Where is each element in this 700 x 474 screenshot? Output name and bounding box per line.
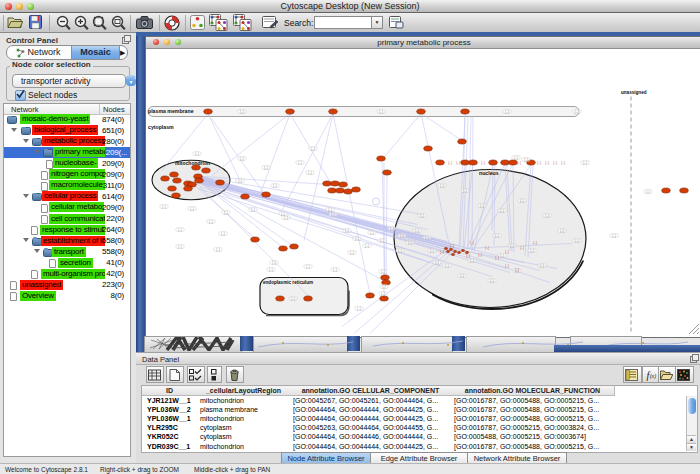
svg-text:[--]: [--] bbox=[485, 246, 489, 250]
svg-text:[--]: [--] bbox=[345, 229, 349, 233]
svg-text:[--]: [--] bbox=[466, 254, 470, 258]
svg-text:[--]: [--] bbox=[561, 161, 565, 165]
svg-text:[--]: [--] bbox=[430, 249, 434, 253]
svg-text:[--]: [--] bbox=[463, 189, 467, 193]
svg-text:[--]: [--] bbox=[357, 307, 361, 311]
svg-text:[--]: [--] bbox=[515, 268, 519, 272]
svg-text:[--]: [--] bbox=[408, 241, 412, 245]
svg-text:[--]: [--] bbox=[390, 227, 394, 231]
svg-text:[--]: [--] bbox=[209, 220, 213, 224]
svg-text:[--]: [--] bbox=[583, 161, 587, 165]
svg-text:[--]: [--] bbox=[264, 166, 268, 170]
svg-text:unassigned: unassigned bbox=[621, 90, 647, 95]
svg-text:[--]: [--] bbox=[398, 249, 402, 253]
svg-text:[--]: [--] bbox=[470, 241, 474, 245]
svg-text:[--]: [--] bbox=[540, 264, 544, 268]
svg-text:[--]: [--] bbox=[190, 207, 194, 211]
svg-text:[--]: [--] bbox=[500, 209, 504, 213]
svg-text:[--]: [--] bbox=[448, 161, 452, 165]
svg-text:[--]: [--] bbox=[162, 205, 166, 209]
svg-text:cytoplasm: cytoplasm bbox=[148, 124, 174, 130]
svg-text:[--]: [--] bbox=[435, 261, 439, 265]
svg-text:[--]: [--] bbox=[178, 245, 182, 249]
svg-text:[--]: [--] bbox=[505, 250, 509, 254]
svg-text:[--]: [--] bbox=[380, 239, 384, 243]
svg-text:[--]: [--] bbox=[480, 204, 484, 208]
svg-text:[--]: [--] bbox=[537, 161, 541, 165]
svg-text:[--]: [--] bbox=[495, 256, 499, 260]
svg-text:[--]: [--] bbox=[545, 214, 549, 218]
svg-text:[--]: [--] bbox=[500, 254, 504, 258]
svg-text:[--]: [--] bbox=[379, 110, 383, 114]
svg-text:[--]: [--] bbox=[425, 236, 429, 240]
svg-text:[--]: [--] bbox=[440, 250, 444, 254]
svg-text:[--]: [--] bbox=[553, 161, 557, 165]
svg-text:[--]: [--] bbox=[440, 184, 444, 188]
svg-text:[--]: [--] bbox=[333, 268, 337, 272]
svg-text:[--]: [--] bbox=[520, 246, 524, 250]
svg-text:[--]: [--] bbox=[490, 279, 494, 283]
svg-text:mitochondrion: mitochondrion bbox=[175, 160, 210, 166]
svg-text:[--]: [--] bbox=[560, 229, 564, 233]
svg-text:[--]: [--] bbox=[481, 161, 485, 165]
svg-text:[--]: [--] bbox=[505, 264, 509, 268]
svg-text:[--]: [--] bbox=[575, 239, 579, 243]
svg-text:[--]: [--] bbox=[470, 259, 474, 263]
svg-text:[--]: [--] bbox=[456, 161, 460, 165]
svg-text:[--]: [--] bbox=[269, 268, 273, 272]
svg-text:[--]: [--] bbox=[251, 208, 255, 212]
svg-text:[--]: [--] bbox=[178, 228, 182, 232]
svg-text:[--]: [--] bbox=[575, 110, 579, 114]
svg-text:[--]: [--] bbox=[240, 157, 244, 161]
svg-text:[--]: [--] bbox=[450, 244, 454, 248]
svg-text:[--]: [--] bbox=[291, 297, 295, 301]
svg-text:[--]: [--] bbox=[612, 234, 616, 238]
svg-text:[--]: [--] bbox=[306, 265, 310, 269]
svg-text:[--]: [--] bbox=[495, 234, 499, 238]
svg-text:[--]: [--] bbox=[415, 229, 419, 233]
svg-text:[--]: [--] bbox=[370, 231, 374, 235]
svg-text:[--]: [--] bbox=[510, 244, 514, 248]
svg-text:[--]: [--] bbox=[308, 171, 312, 175]
svg-text:(x): (x) bbox=[650, 372, 656, 379]
svg-text:[--]: [--] bbox=[381, 292, 385, 296]
svg-text:nucleus: nucleus bbox=[479, 170, 499, 176]
svg-text:[--]: [--] bbox=[240, 110, 244, 114]
svg-text:[--]: [--] bbox=[520, 199, 524, 203]
svg-text:[--]: [--] bbox=[195, 152, 199, 156]
svg-text:[--]: [--] bbox=[460, 274, 464, 278]
svg-text:[--]: [--] bbox=[524, 158, 528, 162]
svg-text:[--]: [--] bbox=[382, 285, 386, 289]
svg-text:[--]: [--] bbox=[505, 110, 509, 114]
svg-text:[--]: [--] bbox=[646, 190, 650, 194]
svg-text:plasma membrane: plasma membrane bbox=[148, 108, 194, 114]
svg-text:[--]: [--] bbox=[272, 261, 276, 265]
svg-text:[--]: [--] bbox=[445, 264, 449, 268]
svg-text:[--]: [--] bbox=[355, 237, 359, 241]
svg-text:[--]: [--] bbox=[530, 249, 534, 253]
svg-text:endoplasmic reticulum: endoplasmic reticulum bbox=[263, 280, 313, 285]
svg-text:[--]: [--] bbox=[400, 234, 404, 238]
svg-text:[--]: [--] bbox=[298, 161, 302, 165]
svg-text:[--]: [--] bbox=[284, 216, 288, 220]
svg-text:[--]: [--] bbox=[478, 253, 482, 257]
svg-text:[--]: [--] bbox=[216, 248, 220, 252]
svg-text:[--]: [--] bbox=[221, 232, 225, 236]
svg-text:[--]: [--] bbox=[365, 244, 369, 248]
svg-text:[--]: [--] bbox=[381, 270, 385, 274]
svg-text:[--]: [--] bbox=[328, 208, 332, 212]
svg-text:[--]: [--] bbox=[514, 156, 518, 160]
svg-text:[--]: [--] bbox=[273, 184, 277, 188]
svg-text:[--]: [--] bbox=[517, 161, 521, 165]
svg-text:[--]: [--] bbox=[331, 213, 335, 217]
svg-text:[--]: [--] bbox=[545, 161, 549, 165]
svg-text:[--]: [--] bbox=[533, 241, 537, 245]
svg-text:[--]: [--] bbox=[238, 179, 242, 183]
svg-text:[--]: [--] bbox=[420, 214, 424, 218]
svg-text:[--]: [--] bbox=[350, 251, 354, 255]
svg-text:[--]: [--] bbox=[224, 211, 228, 215]
svg-text:[--]: [--] bbox=[311, 147, 315, 151]
